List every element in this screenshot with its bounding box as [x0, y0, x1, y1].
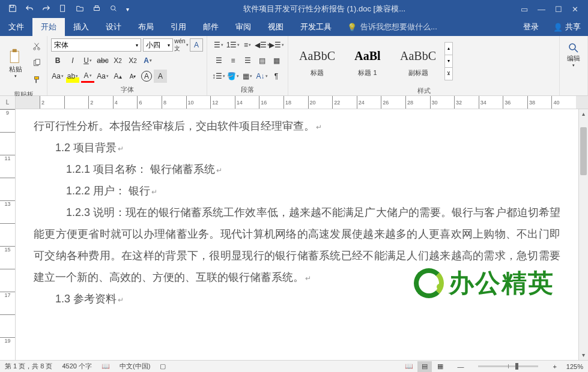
superscript-icon[interactable]: X2 [126, 54, 139, 67]
ruler-vertical[interactable]: 91113151719 [0, 109, 16, 360]
style-title[interactable]: AaBbC 标题 [293, 40, 341, 82]
ribbon-content: 粘贴 ▾ 剪贴板 宋体▾ 小四▾ wén文 A B I U abc [0, 36, 588, 96]
language-status[interactable]: 中文(中国) [120, 362, 150, 371]
font-color-icon[interactable]: A [81, 70, 94, 83]
close-icon[interactable]: ✕ [572, 5, 578, 14]
doc-heading3[interactable]: 1.2.1 项目名称： 银行储蓄系统 [66, 158, 560, 180]
style-heading1[interactable]: AaBl 标题 1 [344, 40, 392, 82]
tab-home[interactable]: 开始 [32, 18, 65, 36]
open-icon[interactable] [76, 4, 84, 14]
text-effects-icon[interactable]: A [141, 54, 154, 67]
bold-icon[interactable]: B [51, 54, 64, 67]
ruler-horizontal[interactable]: L 2246810121416182022242628303234363840 [0, 96, 588, 109]
align-center-icon[interactable]: ≡ [226, 54, 240, 67]
borders-icon[interactable]: ▦ [241, 70, 254, 83]
tab-view[interactable]: 视图 [259, 18, 292, 36]
cut-icon[interactable] [30, 40, 43, 53]
macro-recording-icon[interactable]: ▢ [160, 362, 166, 370]
subscript-icon[interactable]: X2 [111, 54, 124, 67]
document-page[interactable]: 行可行性分析。本报告经审核后，交由软件项目经理审查。 1.2 项目背景 1.2.… [16, 109, 578, 360]
phonetic-guide-icon[interactable]: wén文 [175, 38, 188, 52]
multilevel-list-icon[interactable]: ≡ [241, 38, 254, 52]
tab-insert[interactable]: 插入 [65, 18, 97, 36]
gallery-expand-icon[interactable]: ⊻ [445, 68, 452, 80]
style-subtitle[interactable]: AaBbC 副标题 [394, 40, 442, 82]
enclose-char-icon[interactable]: A [141, 71, 152, 82]
zoom-level[interactable]: 125% [566, 363, 583, 370]
scroll-thumb[interactable] [580, 127, 587, 175]
strikethrough-icon[interactable]: abc [96, 54, 109, 67]
italic-icon[interactable]: I [66, 54, 79, 67]
save-icon[interactable] [8, 4, 17, 14]
doc-paragraph[interactable]: 1.2.3 说明：现在的银行储蓄系统工作效率低，越来越不能满足广大储户的需要。银… [34, 202, 560, 288]
paste-button[interactable]: 粘贴 ▾ [2, 37, 29, 89]
undo-icon[interactable] [25, 4, 34, 14]
web-layout-icon[interactable]: ▦ [433, 361, 447, 372]
maximize-icon[interactable]: ☐ [555, 5, 562, 14]
shrink-font-icon[interactable]: A▾ [126, 70, 139, 83]
minimize-icon[interactable]: — [538, 5, 545, 14]
find-button[interactable]: 编辑 ▾ [562, 37, 585, 94]
numbering-icon[interactable]: 1☰ [226, 38, 240, 52]
copy-icon[interactable] [30, 56, 43, 70]
tab-design[interactable]: 设计 [97, 18, 130, 36]
justify-icon[interactable]: ▤ [255, 54, 268, 67]
zoom-slider[interactable] [478, 365, 538, 367]
gallery-up-icon[interactable]: ▴ [445, 43, 452, 55]
scrollbar-vertical[interactable]: ▴ ▾ [578, 109, 588, 360]
quick-print-icon[interactable] [92, 4, 101, 14]
underline-icon[interactable]: U [81, 54, 94, 67]
doc-line[interactable]: 行可行性分析。本报告经审核后，交由软件项目经理审查。 [34, 115, 560, 137]
align-right-icon[interactable]: ☰ [241, 54, 254, 67]
align-left-icon[interactable]: ☰ [212, 54, 225, 67]
spell-check-icon[interactable]: 📖 [102, 362, 110, 370]
change-case-icon[interactable]: Aa [51, 70, 64, 83]
tab-layout[interactable]: 布局 [130, 18, 162, 36]
shading-icon[interactable]: 🪣 [226, 70, 240, 83]
styles-gallery-more[interactable]: ▴ ▾ ⊻ [444, 42, 453, 80]
show-marks-icon[interactable]: ¶ [270, 70, 283, 83]
format-painter-icon[interactable] [30, 73, 43, 86]
character-border-icon[interactable]: A [190, 38, 203, 52]
tab-references[interactable]: 引用 [162, 18, 195, 36]
tell-me-search[interactable]: 💡 告诉我您想要做什么... [340, 18, 444, 36]
grow-font-icon[interactable]: A▴ [111, 70, 124, 83]
doc-heading2[interactable]: 1.2 项目背景 [55, 137, 560, 158]
tab-developer[interactable]: 开发工具 [292, 18, 340, 36]
print-preview-icon[interactable] [109, 4, 118, 14]
zoom-in-icon[interactable]: + [553, 363, 556, 370]
read-mode-icon[interactable]: 📖 [402, 361, 416, 372]
zoom-out-icon[interactable]: — [457, 363, 464, 370]
page-number-status[interactable]: 第 1 页，共 8 页 [5, 362, 52, 371]
tab-selector-icon[interactable]: L [0, 96, 16, 109]
font-size-select[interactable]: 小四▾ [143, 38, 173, 52]
qat-more-icon[interactable]: ▾ [126, 6, 129, 13]
highlight-icon[interactable]: ab [66, 70, 79, 83]
print-layout-icon[interactable]: ▤ [417, 361, 432, 372]
ribbon-options-icon[interactable]: ▭ [521, 5, 528, 14]
window-title: 软件项目开发可行性分析报告 (1).doc [兼容模... [138, 4, 511, 14]
doc-heading2[interactable]: 1.3 参考资料 [55, 288, 560, 310]
decrease-indent-icon[interactable]: ◀☰ [255, 38, 268, 52]
tab-mailings[interactable]: 邮件 [195, 18, 227, 36]
font-name-select[interactable]: 宋体▾ [51, 38, 141, 52]
distributed-icon[interactable]: ▦ [270, 54, 283, 67]
login-button[interactable]: 登录 [516, 18, 546, 36]
increase-indent-icon[interactable]: ▶☰ [270, 38, 283, 52]
scroll-down-icon[interactable]: ▾ [579, 350, 588, 360]
word-count-status[interactable]: 4520 个字 [62, 362, 92, 371]
share-button[interactable]: 👤 共享 [546, 18, 588, 36]
gallery-down-icon[interactable]: ▾ [445, 55, 452, 68]
tab-review[interactable]: 审阅 [227, 18, 259, 36]
style-name-label: 标题 1 [358, 68, 377, 77]
doc-heading3[interactable]: 1.2.2 用户： 银行 [66, 180, 560, 202]
clear-format-icon[interactable]: A [154, 70, 167, 83]
char-shading-icon[interactable]: Aa [96, 70, 109, 83]
scroll-up-icon[interactable]: ▴ [579, 109, 588, 119]
redo-icon[interactable] [42, 4, 50, 14]
tab-file[interactable]: 文件 [0, 18, 32, 36]
bullets-icon[interactable]: ☰ [212, 38, 225, 52]
line-spacing-icon[interactable]: ↕☰ [212, 70, 225, 83]
new-doc-icon[interactable] [59, 4, 67, 14]
sort-icon[interactable]: A↓ [255, 70, 268, 83]
